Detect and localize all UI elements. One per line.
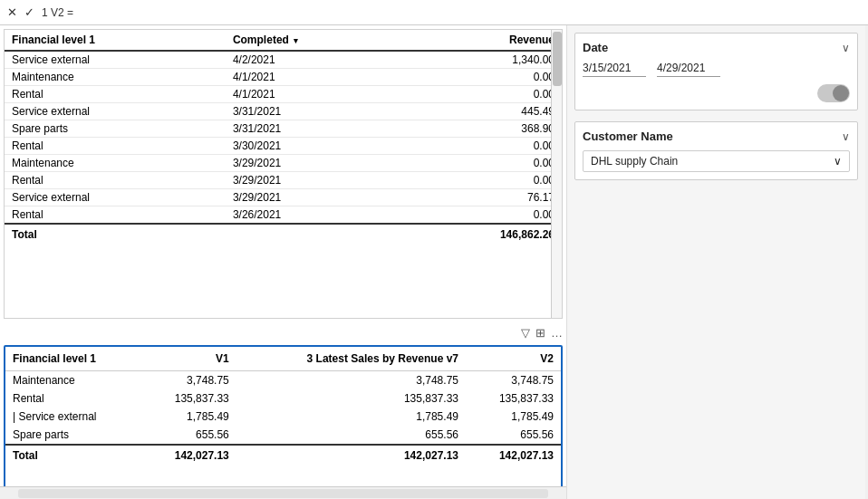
cell-completed: 3/30/2021 xyxy=(226,138,406,155)
right-panel: Date ∨ 3/15/2021 4/29/2021 Customer Name… xyxy=(566,25,865,499)
horizontal-scrollbar-area xyxy=(0,486,566,499)
bottom-table-row[interactable]: Maintenance 3,748.75 3,748.75 3,748.75 xyxy=(5,371,561,390)
table-row[interactable]: Service external 3/31/2021 445.49 xyxy=(5,103,562,120)
customer-dropdown[interactable]: DHL supply Chain ∨ xyxy=(583,150,850,172)
cell-completed: 3/31/2021 xyxy=(226,103,406,120)
customer-filter-card: Customer Name ∨ DHL supply Chain ∨ xyxy=(574,121,858,180)
cell-v2: 655.56 xyxy=(466,426,561,445)
cell-revenue: 76.17 xyxy=(406,189,562,206)
cell-v7: 135,837.33 xyxy=(236,389,466,408)
cell-revenue: 0.00 xyxy=(406,155,562,172)
filter-icon[interactable]: ▽ xyxy=(521,326,530,340)
bottom-col2-header[interactable]: V1 xyxy=(141,347,236,371)
toggle-track[interactable] xyxy=(817,84,850,102)
col-financial-level[interactable]: Financial level 1 xyxy=(5,30,226,51)
table-row[interactable]: Rental 3/30/2021 0.00 xyxy=(5,138,562,155)
table-row[interactable]: Service external 3/29/2021 76.17 xyxy=(5,189,562,206)
customer-filter-header: Customer Name ∨ xyxy=(583,130,850,143)
more-icon[interactable]: … xyxy=(551,326,563,340)
formula-bar: ✕ ✓ 1 V2 = xyxy=(0,0,868,25)
cell-completed: 3/29/2021 xyxy=(226,155,406,172)
cell-level: Service external xyxy=(5,51,226,69)
formula-text: 1 V2 = xyxy=(42,6,73,19)
cell-completed: 4/1/2021 xyxy=(226,86,406,103)
top-table: Financial level 1 Completed ▾ Revenue Se… xyxy=(5,30,562,245)
cell-level: Spare parts xyxy=(5,426,141,445)
cell-v1: 1,785.49 xyxy=(141,408,236,426)
check-icon[interactable]: ✓ xyxy=(24,5,34,19)
customer-selected-value: DHL supply Chain xyxy=(591,155,678,168)
customer-filter-title: Customer Name xyxy=(583,130,673,143)
bottom-table: Financial level 1 V1 3 Latest Sales by R… xyxy=(5,347,561,465)
cell-v7: 655.56 xyxy=(236,426,466,445)
cell-level: Service external xyxy=(5,103,226,120)
table-row[interactable]: Rental 3/29/2021 0.00 xyxy=(5,172,562,189)
cell-completed: 3/31/2021 xyxy=(226,120,406,138)
bottom-table-container: Financial level 1 V1 3 Latest Sales by R… xyxy=(4,345,563,495)
dropdown-chevron-icon: ∨ xyxy=(834,155,842,168)
date-filter-card: Date ∨ 3/15/2021 4/29/2021 xyxy=(574,33,858,110)
cell-revenue: 0.00 xyxy=(406,172,562,189)
cell-revenue: 368.90 xyxy=(406,120,562,138)
toggle-switch[interactable] xyxy=(583,84,850,102)
bottom-total-label: Total xyxy=(5,445,141,465)
chevron-down-icon[interactable]: ∨ xyxy=(842,42,850,54)
cell-level: Maintenance xyxy=(5,69,226,86)
cell-level: Rental xyxy=(5,86,226,103)
table-row[interactable]: Maintenance 4/1/2021 0.00 xyxy=(5,69,562,86)
cell-completed: 3/29/2021 xyxy=(226,189,406,206)
col-completed[interactable]: Completed ▾ xyxy=(226,30,406,51)
cell-v1: 3,748.75 xyxy=(141,371,236,390)
cell-v7: 1,785.49 xyxy=(236,408,466,426)
total-blank xyxy=(226,224,406,245)
cell-level: | Service external xyxy=(5,408,141,426)
bottom-total-col3: 142,027.13 xyxy=(466,445,561,465)
date-filter-header: Date ∨ xyxy=(583,41,850,54)
main-content: Financial level 1 Completed ▾ Revenue Se… xyxy=(0,25,868,499)
cell-level: Rental xyxy=(5,138,226,155)
bottom-table-row[interactable]: Spare parts 655.56 655.56 655.56 xyxy=(5,426,561,445)
cell-revenue: 1,340.00 xyxy=(406,51,562,69)
table-row[interactable]: Spare parts 3/31/2021 368.90 xyxy=(5,120,562,138)
cell-revenue: 0.00 xyxy=(406,206,562,225)
date-filter-title: Date xyxy=(583,41,608,54)
col-revenue[interactable]: Revenue xyxy=(406,30,562,51)
cell-v7: 3,748.75 xyxy=(236,371,466,390)
bottom-col4-header[interactable]: V2 xyxy=(466,347,561,371)
toggle-thumb xyxy=(833,85,849,101)
top-table-container: Financial level 1 Completed ▾ Revenue Se… xyxy=(4,29,563,319)
horizontal-scrollbar[interactable] xyxy=(18,489,548,498)
cell-revenue: 0.00 xyxy=(406,69,562,86)
cell-v1: 135,837.33 xyxy=(141,389,236,408)
grid-icon[interactable]: ⊞ xyxy=(535,326,545,340)
bottom-table-row[interactable]: | Service external 1,785.49 1,785.49 1,7… xyxy=(5,408,561,426)
close-icon[interactable]: ✕ xyxy=(7,5,17,19)
chevron-down-icon[interactable]: ∨ xyxy=(842,130,850,143)
total-value: 146,862.26 xyxy=(406,224,562,245)
date-from-value[interactable]: 3/15/2021 xyxy=(583,62,646,77)
cell-completed: 3/29/2021 xyxy=(226,172,406,189)
cell-revenue: 0.00 xyxy=(406,138,562,155)
cell-completed: 4/1/2021 xyxy=(226,69,406,86)
bottom-col3-header[interactable]: 3 Latest Sales by Revenue v7 xyxy=(236,347,466,371)
toolbar-icons: ▽ ⊞ … xyxy=(0,322,566,341)
table-row[interactable]: Maintenance 3/29/2021 0.00 xyxy=(5,155,562,172)
bottom-total-col1: 142,027.13 xyxy=(141,445,236,465)
cell-level: Rental xyxy=(5,389,141,408)
bottom-total-row: Total 142,027.13 142,027.13 142,027.13 xyxy=(5,445,561,465)
left-panel: Financial level 1 Completed ▾ Revenue Se… xyxy=(0,25,566,499)
cell-v2: 1,785.49 xyxy=(466,408,561,426)
cell-level: Rental xyxy=(5,172,226,189)
table-row[interactable]: Rental 4/1/2021 0.00 xyxy=(5,86,562,103)
cell-completed: 3/26/2021 xyxy=(226,206,406,225)
date-to-value[interactable]: 4/29/2021 xyxy=(657,62,720,77)
vertical-scrollbar[interactable] xyxy=(551,30,562,318)
bottom-table-row[interactable]: Rental 135,837.33 135,837.33 135,837.33 xyxy=(5,389,561,408)
table-row[interactable]: Rental 3/26/2021 0.00 xyxy=(5,206,562,225)
cell-v1: 655.56 xyxy=(141,426,236,445)
bottom-total-col2: 142,027.13 xyxy=(236,445,466,465)
cell-level: Maintenance xyxy=(5,155,226,172)
table-row[interactable]: Service external 4/2/2021 1,340.00 xyxy=(5,51,562,69)
bottom-col1-header[interactable]: Financial level 1 xyxy=(5,347,141,371)
date-inputs: 3/15/2021 4/29/2021 xyxy=(583,62,850,77)
